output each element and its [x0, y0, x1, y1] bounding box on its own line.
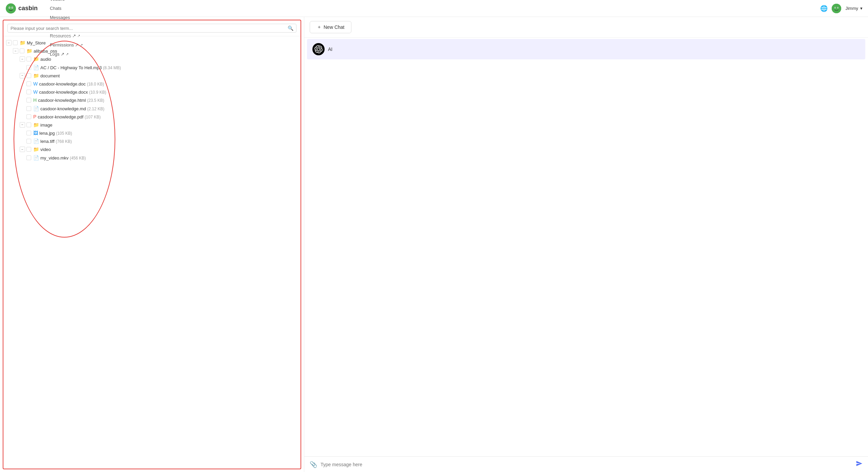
doc-icon: W — [33, 81, 38, 87]
avatar-icon — [832, 4, 841, 13]
search-bar: 🔍 — [3, 20, 301, 36]
tree-label-docx: casdoor-knowledge.docx (10.9 KB) — [39, 89, 106, 95]
tree-label-doc: casdoor-knowledge.doc (18.0 KB) — [39, 81, 104, 87]
checkbox-lena-tiff[interactable] — [26, 139, 31, 144]
tree-item-docx[interactable]: W casdoor-knowledge.docx (10.9 KB) — [3, 88, 301, 96]
tree-item-doc[interactable]: W casdoor-knowledge.doc (18.0 KB) — [3, 80, 301, 88]
tree-label-video: video — [40, 147, 51, 153]
expand-icon[interactable]: − — [20, 122, 25, 128]
expand-icon[interactable]: − — [20, 56, 25, 62]
navigation: casbin HomeChatStoresProvidersVectorsCha… — [0, 0, 868, 17]
tree-item-md[interactable]: 📄 casdoor-knowledge.md (2.12 KB) — [3, 105, 301, 113]
main-content: 🔍 − 📁 My_Store − 📁 alibaba_oss — [0, 17, 868, 472]
expand-icon[interactable]: − — [20, 73, 25, 78]
nav-right: 🌐 Jimmy ▾ — [820, 4, 863, 13]
chat-toolbar: ＋ New Chat — [304, 17, 868, 38]
tiff-icon: 📄 — [33, 138, 39, 144]
tree-label-lena-jpg: lena.jpg (105 KB) — [39, 130, 72, 136]
new-chat-button[interactable]: ＋ New Chat — [310, 21, 351, 33]
username: Jimmy — [845, 6, 858, 11]
tree-item-video[interactable]: − 📁 video — [3, 146, 301, 154]
send-arrow-icon — [856, 460, 863, 467]
checkbox-alibaba-oss[interactable] — [20, 49, 24, 53]
logo-icon — [5, 3, 16, 14]
tree-label-mkvideo: my_video.mkv (456 KB) — [40, 155, 86, 161]
checkbox-my-store[interactable] — [13, 40, 18, 45]
avatar — [832, 4, 841, 13]
tree-label-my-store: My_Store — [27, 40, 46, 46]
search-input-wrap: 🔍 — [7, 24, 296, 33]
jpg-icon: 🖼 — [33, 130, 38, 136]
checkbox-document[interactable] — [26, 73, 31, 78]
tree-item-my-store[interactable]: − 📁 My_Store — [3, 39, 301, 47]
tree-item-lena-jpg[interactable]: 🖼 lena.jpg (105 KB) — [3, 129, 301, 137]
checkbox-lena-jpg[interactable] — [26, 131, 31, 135]
expand-icon[interactable]: − — [20, 147, 25, 152]
tree-item-html[interactable]: H casdoor-knowledge.html (23.5 KB) — [3, 96, 301, 105]
expand-icon[interactable]: − — [6, 40, 12, 45]
checkbox-acdc[interactable] — [26, 65, 31, 70]
checkbox-pdf[interactable] — [26, 114, 31, 119]
tree-item-acdc[interactable]: 📄 AC / DC - Highway To Hell.mp3 (8.34 MB… — [3, 64, 301, 72]
nav-item-chats[interactable]: Chats — [46, 4, 87, 13]
logo-text: casbin — [18, 5, 38, 12]
message-input[interactable] — [321, 462, 852, 467]
tree-label-md: casdoor-knowledge.md (2.12 KB) — [40, 106, 104, 112]
tree-label-lena-tiff: lena.tiff (768 KB) — [40, 138, 72, 145]
search-input[interactable] — [11, 26, 288, 31]
tree-label-image: image — [40, 122, 52, 128]
tree-label-html: casdoor-knowledge.html (23.5 KB) — [38, 97, 104, 103]
svg-point-0 — [6, 3, 16, 14]
user-menu[interactable]: Jimmy ▾ — [845, 6, 863, 11]
tree-item-lena-tiff[interactable]: 📄 lena.tiff (768 KB) — [3, 137, 301, 146]
expand-icon[interactable]: − — [13, 48, 18, 54]
svg-point-6 — [12, 7, 13, 8]
tree-label-document: document — [40, 73, 60, 79]
plus-icon: ＋ — [317, 24, 322, 30]
md-icon: 📄 — [33, 106, 39, 111]
language-icon[interactable]: 🌐 — [820, 5, 828, 12]
checkbox-video[interactable] — [26, 147, 31, 152]
ai-session-item[interactable]: AI — [307, 39, 865, 59]
checkbox-image[interactable] — [26, 122, 31, 127]
svg-point-5 — [9, 7, 10, 8]
folder-icon: 📁 — [33, 147, 39, 152]
checkbox-audio[interactable] — [26, 57, 31, 61]
file-tree-panel: 🔍 − 📁 My_Store − 📁 alibaba_oss — [3, 20, 301, 469]
tree-item-image[interactable]: − 📁 image — [3, 121, 301, 129]
tree-item-alibaba-oss[interactable]: − 📁 alibaba_oss — [3, 47, 301, 55]
svg-point-13 — [838, 7, 838, 8]
tree-label-alibaba-oss: alibaba_oss — [34, 48, 57, 54]
checkbox-mkvideo[interactable] — [26, 155, 31, 160]
checkbox-html[interactable] — [26, 98, 31, 102]
tree-label-pdf: casdoor-knowledge.pdf (107 KB) — [38, 114, 100, 120]
checkbox-md[interactable] — [26, 106, 31, 111]
tree-label-acdc: AC / DC - Highway To Hell.mp3 (8.34 MB) — [40, 65, 121, 71]
ai-avatar — [312, 43, 325, 55]
tree-item-pdf[interactable]: P casdoor-knowledge.pdf (107 KB) — [3, 113, 301, 121]
chat-sessions-list: AI — [304, 38, 868, 456]
nav-item-vectors[interactable]: Vectors — [46, 0, 87, 4]
openai-icon — [314, 45, 323, 53]
svg-point-12 — [835, 7, 836, 8]
message-input-area: 📎 — [304, 456, 868, 472]
chevron-down-icon: ▾ — [860, 6, 863, 11]
checkbox-doc[interactable] — [26, 81, 31, 86]
checkbox-docx[interactable] — [26, 90, 31, 94]
folder-icon: 📁 — [33, 56, 39, 62]
ai-session-name: AI — [328, 46, 332, 52]
folder-icon: 📁 — [33, 122, 39, 128]
new-chat-label: New Chat — [324, 24, 344, 30]
search-icon[interactable]: 🔍 — [288, 25, 293, 31]
tree-item-audio[interactable]: − 📁 audio — [3, 55, 301, 63]
tree-item-mkvideo[interactable]: 📄 my_video.mkv (456 KB) — [3, 154, 301, 162]
file-tree: − 📁 My_Store − 📁 alibaba_oss − 📁 au — [3, 36, 301, 469]
folder-icon: 📁 — [26, 48, 32, 54]
tree-item-document[interactable]: − 📁 document — [3, 72, 301, 80]
send-icon[interactable] — [856, 460, 863, 469]
svg-point-7 — [832, 4, 841, 13]
attach-icon[interactable]: 📎 — [310, 461, 317, 468]
html-icon: H — [33, 97, 37, 103]
folder-icon: 📁 — [20, 40, 25, 45]
logo[interactable]: casbin — [5, 3, 38, 14]
